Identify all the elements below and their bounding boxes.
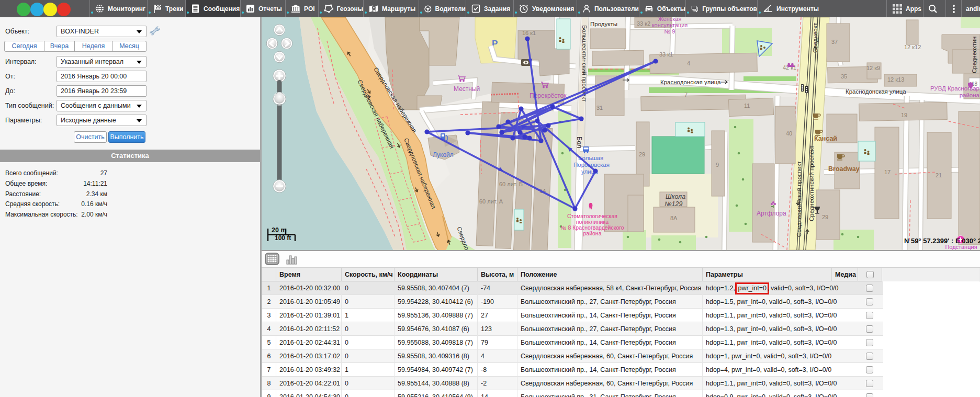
svg-text:Подстанция: Подстанция [945, 244, 977, 250]
svg-text:8А: 8А [670, 215, 678, 221]
svg-text:Лукойл: Лукойл [433, 151, 454, 158]
svg-text:консультация: консультация [652, 22, 688, 28]
svg-text:Среднеохт: Среднеохт [812, 22, 818, 53]
svg-text:19: 19 [901, 112, 907, 118]
svg-text:Среднеохтинский проспект: Среднеохтинский проспект [796, 161, 802, 237]
svg-text:Среднеохтинский проспект: Среднеохтинский проспект [808, 145, 815, 221]
svg-text:Среднеохтин: Среднеохтин [971, 37, 977, 73]
svg-text:60 лит. А: 60 лит. А [479, 198, 503, 205]
svg-text:37: 37 [831, 39, 838, 45]
svg-text:Бол: Бол [576, 137, 583, 148]
svg-text:Краснодонская улица: Краснодонская улица [846, 88, 906, 95]
svg-text:11: 11 [744, 103, 750, 109]
svg-text:16 к1: 16 к1 [522, 30, 536, 36]
svg-text:20 m: 20 m [272, 226, 287, 234]
svg-text:Продукты: Продукты [590, 21, 617, 27]
svg-text:№ 9: № 9 [664, 28, 675, 35]
svg-text:Женская: Женская [658, 17, 682, 22]
svg-text:40: 40 [786, 130, 792, 137]
svg-text:100 ft: 100 ft [275, 234, 291, 242]
svg-text:29: 29 [639, 151, 645, 157]
svg-text:№129: №129 [664, 200, 682, 208]
svg-text:60 лит. Б: 60 лит. Б [499, 181, 523, 187]
svg-text:Кансай: Кансай [814, 135, 837, 142]
svg-text:17: 17 [884, 169, 891, 175]
svg-text:Краснодонская улица: Краснодонская улица [660, 79, 721, 85]
svg-text:района: района [583, 230, 601, 236]
svg-text:33 к1: 33 к1 [659, 51, 673, 58]
svg-text:Broadway: Broadway [828, 165, 860, 173]
svg-text:12 к13: 12 к13 [887, 76, 904, 83]
svg-text:29: 29 [822, 214, 828, 220]
svg-text:12 к12: 12 к12 [904, 44, 921, 50]
svg-text:Местный: Местный [454, 85, 480, 93]
svg-text:35: 35 [841, 73, 847, 80]
svg-text:4: 4 [687, 60, 690, 66]
svg-text:Школа: Школа [666, 193, 685, 200]
svg-text:Артфлора: Артфлора [757, 210, 786, 217]
svg-text:7: 7 [684, 92, 688, 98]
svg-text:33 к2: 33 к2 [637, 20, 650, 27]
svg-text:31: 31 [596, 105, 603, 111]
svg-text:12 к9: 12 к9 [866, 65, 880, 71]
svg-text:9: 9 [716, 162, 719, 168]
svg-text:района: района [960, 92, 980, 98]
svg-text:21: 21 [936, 172, 942, 178]
